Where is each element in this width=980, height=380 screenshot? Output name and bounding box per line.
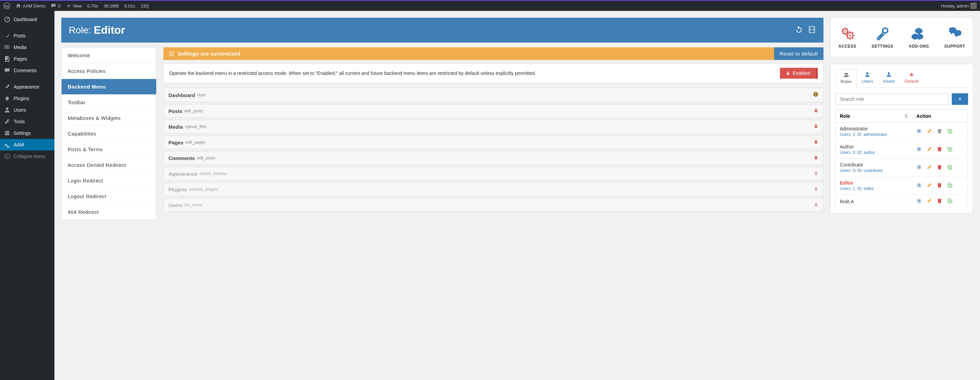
clone-icon[interactable] <box>947 198 953 204</box>
edit-icon[interactable] <box>927 198 932 204</box>
role-row-author[interactable]: AuthorUsers: 0; ID: author <box>836 141 968 159</box>
menu-item-comments[interactable]: Commentsedit_posts <box>163 151 824 165</box>
sidebar-item-settings[interactable]: Settings <box>0 127 54 139</box>
menu-item-dashboard[interactable]: Dashboardread <box>163 88 824 102</box>
feature-tab-backend-menu[interactable]: Backend Menu <box>62 79 156 95</box>
menu-item-appearance[interactable]: Appearanceswitch_themes <box>163 167 824 180</box>
svg-point-16 <box>845 73 846 75</box>
subject-tab-users[interactable]: Users <box>857 69 878 88</box>
delete-icon[interactable] <box>937 182 942 189</box>
role-row-administrator[interactable]: AdministratorUsers: 2; ID: administrator <box>836 123 968 141</box>
nav-support[interactable]: SUPPORT <box>944 26 966 49</box>
sidebar-item-users[interactable]: Users <box>0 104 54 116</box>
role-row-editor[interactable]: EditorUsers: 1; ID: editor <box>836 177 968 195</box>
role-name: Editor <box>94 24 125 37</box>
menu-item-users[interactable]: Userslist_users <box>163 198 824 212</box>
menu-item-pages[interactable]: Pagesedit_pages <box>163 136 824 149</box>
sidebar-item-media[interactable]: Media <box>0 42 54 53</box>
role-row-role a[interactable]: Role A <box>836 195 968 208</box>
svg-point-5 <box>6 108 8 110</box>
feature-tab-posts-terms[interactable]: Posts & Terms <box>62 142 156 157</box>
new-content[interactable]: New <box>66 3 82 8</box>
reset-to-default[interactable]: Reset to default <box>774 47 824 60</box>
menu-item-media[interactable]: Mediaupload_files <box>163 120 824 134</box>
code-icon[interactable] <box>808 26 816 35</box>
feature-tab-toolbar[interactable]: Toolbar <box>62 95 156 110</box>
delete-icon[interactable] <box>937 128 942 135</box>
sidebar-item-dashboard[interactable]: Dashboard <box>0 14 54 25</box>
restrict-text: Operate the backend menu in a restricted… <box>169 70 775 77</box>
stat-1: 36.2MB <box>104 3 119 8</box>
svg-point-29 <box>918 184 920 186</box>
sidebar-item-comments[interactable]: Comments <box>0 65 54 76</box>
sidebar-item-appearance[interactable]: Appearance <box>0 81 54 93</box>
manage-icon[interactable] <box>916 128 922 135</box>
svg-rect-30 <box>948 183 951 186</box>
stat-2: 0.01s <box>124 3 135 8</box>
clone-icon[interactable] <box>947 128 953 135</box>
svg-point-26 <box>918 166 920 168</box>
feature-tab-metaboxes-widgets[interactable]: Metaboxes & Widgets <box>62 110 156 126</box>
edit-icon[interactable] <box>927 128 932 135</box>
sidebar-item-tools[interactable]: Tools <box>0 116 54 127</box>
feature-tab-login-redirect[interactable]: Login Redirect <box>62 173 156 188</box>
svg-rect-31 <box>949 184 952 187</box>
clone-icon[interactable] <box>947 147 953 153</box>
manage-icon[interactable] <box>916 198 922 204</box>
reset-icon[interactable] <box>795 26 803 35</box>
subject-tab-roles[interactable]: Roles <box>835 69 857 88</box>
search-role-input[interactable] <box>835 93 948 105</box>
wp-logo[interactable] <box>3 2 10 9</box>
role-header: Role: Editor <box>61 18 824 43</box>
svg-rect-24 <box>948 147 951 150</box>
role-label: Role: <box>69 25 91 36</box>
sidebar-item-posts[interactable]: Posts <box>0 30 54 42</box>
svg-point-9 <box>5 154 10 159</box>
menu-item-plugins[interactable]: Pluginsactivate_plugins <box>163 182 824 196</box>
manage-icon[interactable] <box>916 164 922 171</box>
subject-tab-visitor[interactable]: Visitor <box>878 69 900 88</box>
manage-icon[interactable] <box>916 147 922 153</box>
delete-icon[interactable] <box>937 164 942 171</box>
nav-access[interactable]: ACCESS <box>838 26 856 49</box>
menu-item-posts[interactable]: Postsedit_posts <box>163 104 824 118</box>
customized-banner: Settings are customized <box>163 47 774 60</box>
feature-tab-welcome[interactable]: Welcome <box>62 48 156 63</box>
collapse-menu[interactable]: Collapse menu <box>0 150 54 162</box>
feature-tab-access-denied-redirect[interactable]: Access Denied Redirect <box>62 157 156 173</box>
delete-icon[interactable] <box>937 198 942 204</box>
role-table: Role⇅ Action AdministratorUsers: 2; ID: … <box>835 110 968 208</box>
feature-tab--redirect[interactable]: 404 Redirect <box>62 204 156 220</box>
feature-tab-access-policies[interactable]: Access Policies <box>62 63 156 79</box>
delete-icon[interactable] <box>937 147 942 153</box>
edit-icon[interactable] <box>927 147 932 153</box>
svg-rect-21 <box>948 129 951 132</box>
subject-tab-default[interactable]: Default <box>900 69 923 88</box>
svg-point-2 <box>8 45 10 46</box>
sidebar-item-plugins[interactable]: Plugins <box>0 93 54 104</box>
manage-icon[interactable] <box>916 182 922 189</box>
svg-rect-25 <box>949 148 952 151</box>
clone-icon[interactable] <box>947 182 953 189</box>
clone-icon[interactable] <box>947 164 953 171</box>
site-name[interactable]: AAM Demo <box>16 3 45 8</box>
enabled-toggle[interactable]: Enabled <box>780 68 818 79</box>
sidebar-item-aam[interactable]: AAM <box>0 139 54 150</box>
nav-settings[interactable]: SETTINGS <box>872 26 893 49</box>
howdy-user[interactable]: Howdy, admin <box>941 3 977 9</box>
feature-tab-capabilities[interactable]: Capabilities <box>62 126 156 142</box>
add-role-button[interactable]: + <box>952 93 968 105</box>
svg-point-32 <box>918 200 920 202</box>
sidebar-item-pages[interactable]: Pages <box>0 53 54 65</box>
svg-rect-22 <box>949 130 952 133</box>
col-role[interactable]: Role⇅ <box>836 110 913 123</box>
nav-add-ons[interactable]: ADD-ONS <box>908 26 929 49</box>
svg-point-8 <box>6 134 8 136</box>
edit-icon[interactable] <box>927 182 932 189</box>
edit-icon[interactable] <box>927 164 932 171</box>
comments-count[interactable]: 0 <box>51 3 60 8</box>
feature-tab-logout-redirect[interactable]: Logout Redirect <box>62 188 156 204</box>
col-action: Action <box>912 110 968 123</box>
svg-rect-33 <box>948 199 951 202</box>
role-row-contributor[interactable]: ContributorUsers: 0; ID: contributor <box>836 159 968 177</box>
